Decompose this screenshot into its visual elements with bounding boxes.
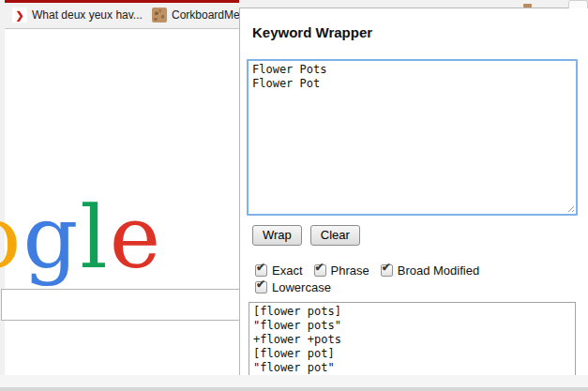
checkbox-box: ✔ xyxy=(255,281,267,293)
bookmark-item-what-deux-yeux[interactable]: ❯ What deux yeux hav... xyxy=(12,6,143,24)
wrapped-output[interactable]: [flower pots] "flower pots" +flower +pot… xyxy=(249,302,576,375)
checkbox-exact[interactable]: ✔ Exact xyxy=(255,263,303,278)
checkbox-label: Phrase xyxy=(331,263,369,278)
clear-button[interactable]: Clear xyxy=(310,225,360,246)
checkbox-row-1: ✔ Exact ✔ Phrase ✔ Broad Modified xyxy=(255,263,479,278)
popup-buttons: Wrap Clear xyxy=(252,225,360,246)
keyword-wrapper-popup: Keyword Wrapper Flower Pots Flower Pot W… xyxy=(239,8,588,375)
google-logo: ogle UK xyxy=(0,195,162,281)
logo-letter-e: e xyxy=(110,188,162,288)
checkbox-box: ✔ xyxy=(314,264,326,277)
check-icon: ✔ xyxy=(256,262,265,273)
checkbox-label: Lowercase xyxy=(272,280,331,294)
checkbox-label: Exact xyxy=(272,263,303,278)
checkbox-box: ✔ xyxy=(381,264,393,277)
extension-icon-peek xyxy=(523,4,532,8)
checkbox-broad-modified[interactable]: ✔ Broad Modified xyxy=(381,263,479,278)
footer-band xyxy=(0,375,588,387)
checkbox-lowercase[interactable]: ✔ Lowercase xyxy=(255,280,331,294)
check-icon: ✔ xyxy=(382,262,391,273)
keywords-input[interactable]: Flower Pots Flower Pot xyxy=(247,59,578,216)
bookmark-item-corkboardme[interactable]: CorkboardMe - xyxy=(152,6,247,24)
bookmark-label: What deux yeux hav... xyxy=(32,8,143,22)
wrapped-output-wrap: [flower pots] "flower pots" +flower +pot… xyxy=(249,302,576,375)
footer-edge xyxy=(0,387,588,391)
toolbar-corner xyxy=(568,0,588,8)
check-icon: ✔ xyxy=(315,262,324,273)
red-chevron-favicon-icon: ❯ xyxy=(12,8,27,23)
checkbox-box: ✔ xyxy=(255,264,267,277)
keywords-input-wrap: Flower Pots Flower Pot xyxy=(247,59,578,216)
wrap-button[interactable]: Wrap xyxy=(252,225,302,246)
popup-title: Keyword Wrapper xyxy=(252,23,372,41)
logo-letter-o: o xyxy=(0,188,23,288)
checkbox-phrase[interactable]: ✔ Phrase xyxy=(314,263,369,278)
check-icon: ✔ xyxy=(256,278,265,290)
checkbox-row-2: ✔ Lowercase xyxy=(255,279,331,294)
theme-accent-bar xyxy=(5,0,239,3)
checkbox-label: Broad Modified xyxy=(398,263,479,278)
bookmark-label: CorkboardMe - xyxy=(172,8,247,22)
corkboard-favicon-icon xyxy=(152,8,167,23)
browser-window: ❯ What deux yeux hav... CorkboardMe - og… xyxy=(0,0,588,391)
